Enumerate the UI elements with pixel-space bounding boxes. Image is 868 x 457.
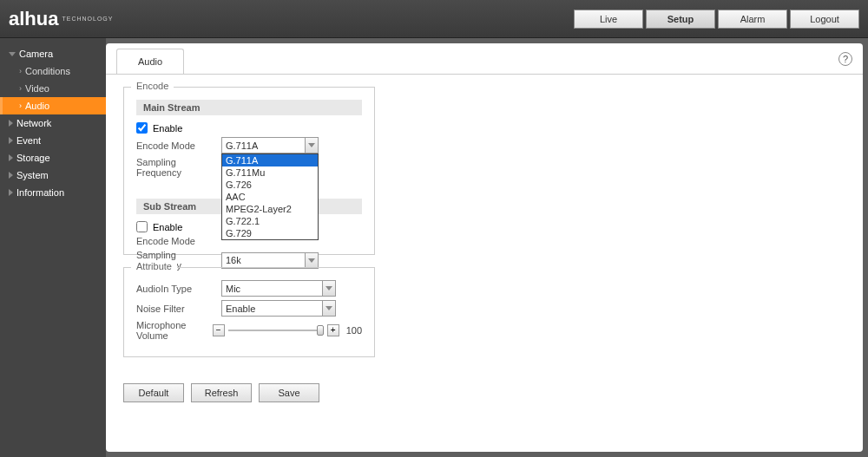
sidebar-label: Information <box>16 187 64 198</box>
brand-name: alhua <box>9 8 58 30</box>
sub-encode-mode-label: Encode Mode <box>136 236 221 246</box>
encode-legend: Encode <box>131 81 174 91</box>
tab-setup[interactable]: Setup <box>646 10 715 29</box>
dropdown-option[interactable]: G.729 <box>222 227 318 239</box>
tabbar: Audio <box>106 43 863 75</box>
chevron-right-icon <box>9 154 13 161</box>
sampling-freq-label: Sampling Frequency <box>136 157 221 178</box>
button-row: Default Refresh Save <box>123 383 845 402</box>
dropdown-option[interactable]: G.711A <box>222 154 318 166</box>
chevron-down-icon <box>308 258 315 263</box>
chevron-right-icon <box>9 172 13 179</box>
dropdown-option[interactable]: MPEG2-Layer2 <box>222 203 318 215</box>
sidebar-label: Event <box>16 135 41 146</box>
refresh-button[interactable]: Refresh <box>191 383 252 402</box>
enable-label: Enable <box>153 222 182 232</box>
chevron-down-icon <box>308 143 315 147</box>
dropdown-button[interactable] <box>322 280 336 297</box>
sidebar-label: Camera <box>19 49 53 59</box>
tab-alarm[interactable]: Alarm <box>718 10 787 29</box>
main-enable-checkbox[interactable] <box>136 122 148 134</box>
audioin-type-label: AudioIn Type <box>136 284 221 294</box>
slider-thumb[interactable] <box>317 325 324 336</box>
volume-minus-button[interactable]: − <box>213 324 225 336</box>
sidebar-label: Video <box>25 83 49 94</box>
tab-audio[interactable]: Audio <box>116 49 184 74</box>
sidebar-label: Audio <box>25 101 49 111</box>
dropdown-button[interactable] <box>305 252 319 269</box>
sidebar-item-storage[interactable]: Storage <box>0 149 106 166</box>
sidebar-label: Conditions <box>25 66 70 76</box>
brand-logo: alhua TECHNOLOGY <box>9 8 113 30</box>
sidebar-item-event[interactable]: Event <box>0 132 106 149</box>
volume-slider[interactable] <box>228 330 324 331</box>
main-stream-header: Main Stream <box>136 100 362 115</box>
default-button[interactable]: Default <box>123 383 184 402</box>
audioin-type-select[interactable] <box>221 280 336 297</box>
encode-mode-dropdown: G.711A G.711Mu G.726 AAC MPEG2-Layer2 G.… <box>221 153 319 240</box>
chevron-right-icon: › <box>19 67 22 75</box>
sidebar-item-network[interactable]: Network <box>0 114 106 132</box>
volume-plus-button[interactable]: + <box>327 324 339 336</box>
sidebar: Camera › Conditions › Video › Audio Netw… <box>0 38 106 457</box>
dropdown-option[interactable]: G.726 <box>222 179 318 191</box>
sidebar-label: System <box>16 170 49 180</box>
chevron-down-icon <box>326 306 332 310</box>
chevron-right-icon <box>9 120 13 127</box>
sidebar-label: Network <box>16 118 51 128</box>
attribute-legend: Attribute <box>131 261 177 271</box>
encode-fieldset: Encode Main Stream Enable Encode Mode G.… <box>123 87 375 255</box>
dropdown-option[interactable]: G.722.1 <box>222 215 318 227</box>
dropdown-option[interactable]: AAC <box>222 191 318 203</box>
sidebar-item-information[interactable]: Information <box>0 184 106 201</box>
main-panel: Audio ? Encode Main Stream Enable Encode… <box>106 43 863 452</box>
header-tabs: Live Setup Alarm Logout <box>574 10 859 29</box>
chevron-down-icon <box>9 52 16 56</box>
noise-filter-label: Noise Filter <box>136 304 221 314</box>
header-bar: alhua TECHNOLOGY Live Setup Alarm Logout <box>0 0 868 38</box>
chevron-down-icon <box>326 286 332 291</box>
attribute-fieldset: Attribute AudioIn Type Noise Filter <box>123 267 375 357</box>
sidebar-item-conditions[interactable]: › Conditions <box>0 62 106 80</box>
sidebar-item-system[interactable]: System <box>0 166 106 184</box>
encode-mode-label: Encode Mode <box>136 140 221 151</box>
enable-label: Enable <box>153 123 182 134</box>
noise-filter-select[interactable] <box>221 300 336 317</box>
tab-live[interactable]: Live <box>574 10 643 29</box>
dropdown-option[interactable]: G.711Mu <box>222 166 318 179</box>
chevron-right-icon: › <box>19 101 22 110</box>
sidebar-item-video[interactable]: › Video <box>0 80 106 97</box>
chevron-right-icon: › <box>19 84 22 93</box>
save-button[interactable]: Save <box>259 383 319 402</box>
dropdown-button[interactable] <box>305 137 319 153</box>
sidebar-label: Storage <box>16 153 50 163</box>
chevron-right-icon <box>9 137 13 144</box>
mic-volume-label: Microphone Volume <box>136 320 213 341</box>
chevron-right-icon <box>9 189 13 196</box>
brand-sub: TECHNOLOGY <box>62 16 113 22</box>
sub-enable-checkbox[interactable] <box>136 221 148 232</box>
volume-value: 100 <box>346 325 362 336</box>
dropdown-button[interactable] <box>322 300 336 317</box>
tab-logout[interactable]: Logout <box>790 10 859 29</box>
help-icon[interactable]: ? <box>838 52 852 66</box>
sidebar-item-camera[interactable]: Camera <box>0 45 106 62</box>
sidebar-item-audio[interactable]: › Audio <box>0 97 106 114</box>
